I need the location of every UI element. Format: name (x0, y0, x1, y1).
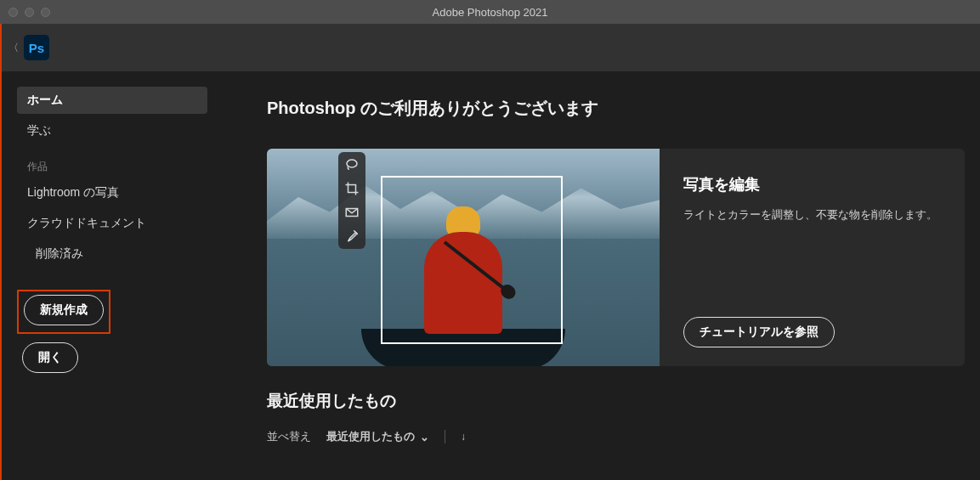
sidebar: ホーム 学ぶ 作品 Lightroom の写真 クラウドドキュメント 削除済み … (0, 71, 219, 480)
svg-point-0 (347, 160, 357, 167)
highlight-box: 新規作成 (17, 290, 110, 334)
recent-section: 最近使用したもの 並べ替え 最近使用したもの ⌄ ↓ (267, 390, 965, 444)
nav-cloud-documents[interactable]: クラウドドキュメント (17, 210, 207, 237)
titlebar: Adobe Photoshop 2021 (0, 0, 980, 24)
card-title: 写真を編集 (683, 174, 944, 195)
chevron-down-icon: ⌄ (420, 431, 429, 443)
close-window-icon[interactable] (8, 8, 18, 17)
recent-heading: 最近使用したもの (267, 390, 965, 412)
tutorial-card: 写真を編集 ライトとカラーを調整し、不要な物を削除します。 チュートリアルを参照 (267, 149, 965, 366)
welcome-heading: Photoshop のご利用ありがとうございます (267, 97, 965, 120)
sort-direction-icon[interactable]: ↓ (461, 431, 466, 443)
maximize-window-icon[interactable] (41, 8, 50, 17)
window-controls (0, 8, 50, 17)
eyedropper-icon (344, 229, 360, 244)
window-title: Adobe Photoshop 2021 (0, 6, 980, 19)
minimize-window-icon[interactable] (25, 8, 34, 17)
sort-label: 並べ替え (267, 429, 311, 444)
sort-dropdown[interactable]: 最近使用したもの ⌄ (326, 429, 429, 444)
crop-icon (344, 181, 360, 196)
nav-learn[interactable]: 学ぶ (17, 117, 207, 144)
lasso-icon (344, 157, 360, 172)
nav-section-works: 作品 (17, 148, 207, 179)
open-file-button[interactable]: 開く (22, 342, 78, 373)
tabbar: 〈 Ps (0, 24, 980, 71)
new-file-button[interactable]: 新規作成 (24, 295, 104, 325)
back-chevron-icon[interactable]: 〈 (8, 41, 19, 55)
tool-column (338, 152, 365, 249)
divider (445, 430, 445, 443)
card-description: ライトとカラーを調整し、不要な物を削除します。 (683, 206, 944, 224)
envelope-icon (344, 205, 360, 220)
view-tutorial-button[interactable]: チュートリアルを参照 (683, 317, 835, 347)
crop-frame-overlay (381, 176, 563, 344)
card-image (267, 149, 660, 366)
home-content: Photoshop のご利用ありがとうございます (219, 71, 980, 480)
nav-home[interactable]: ホーム (17, 87, 207, 114)
nav-deleted[interactable]: 削除済み (17, 240, 207, 268)
app-icon[interactable]: Ps (24, 35, 49, 60)
nav-lightroom-photos[interactable]: Lightroom の写真 (17, 179, 207, 206)
